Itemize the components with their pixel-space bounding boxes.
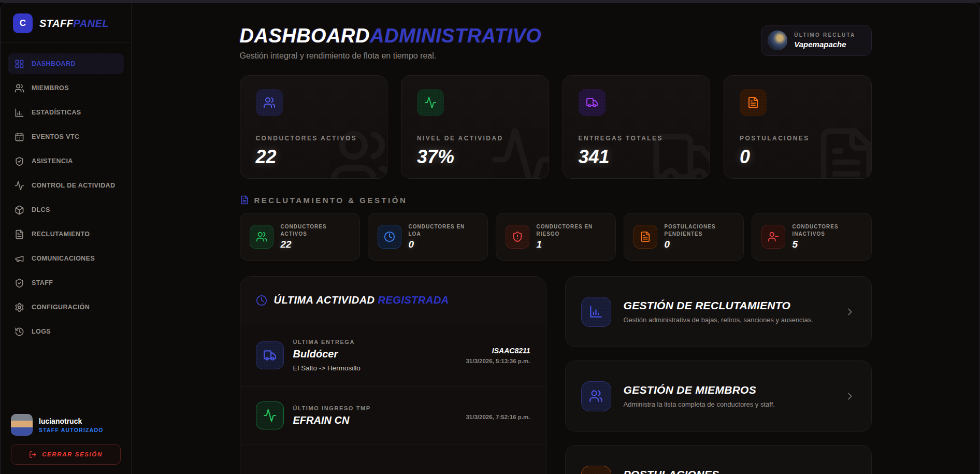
brand-name-secondary: PANEL xyxy=(73,18,109,29)
app-frame: C STAFFPANEL DASHBOARD MIEMBROS ESTADÍST… xyxy=(0,3,980,474)
last-recruit-label: ÚLTIMO RECLUTA xyxy=(794,32,855,38)
sidebar-item-eventos-vtc[interactable]: EVENTOS VTC xyxy=(8,126,124,147)
activity-icon xyxy=(489,125,549,179)
bar-chart-icon xyxy=(589,305,603,319)
page-title-secondary: ADMINISTRATIVO xyxy=(370,25,541,47)
sidebar-item-label: CONFIGURACIÓN xyxy=(32,304,90,311)
stat-card-entregas-totales: ENTREGAS TOTALES 341 xyxy=(563,75,711,179)
panel-postulaciones[interactable]: POSTULACIONES Revisa y acepta nuevos con… xyxy=(565,445,872,474)
mini-card-value: 0 xyxy=(665,239,727,250)
page-title: DASHBOARDADMINISTRATIVO xyxy=(240,25,542,47)
mini-card-value: 22 xyxy=(281,239,343,250)
panel-subtitle: Administra la lista completa de conducto… xyxy=(624,400,775,408)
sidebar-item-configuracion[interactable]: CONFIGURACIÓN xyxy=(8,297,124,318)
package-icon xyxy=(15,205,24,215)
user-name: lucianotruck xyxy=(39,417,104,425)
activity-entry-ultima-entrega: ÚLTIMA ENTREGA Buldócer El Salto -> Herm… xyxy=(240,324,546,387)
chevron-right-icon xyxy=(844,306,856,318)
mini-card-value: 0 xyxy=(409,239,471,250)
sidebar-item-label: ASISTENCIA xyxy=(32,157,73,165)
file-text-icon xyxy=(240,195,249,205)
panel-gestion-reclutamiento[interactable]: GESTIÓN DE RECLUTAMIENTO Gestión adminis… xyxy=(565,276,872,347)
mini-card-label: CONDUCTORES ACTIVOS xyxy=(281,223,343,237)
panel-title: GESTIÓN DE MIEMBROS xyxy=(624,384,775,396)
logout-button[interactable]: CERRAR SESIÓN xyxy=(11,444,121,465)
clock-icon xyxy=(256,295,267,306)
sidebar-item-label: LOGS xyxy=(32,328,51,335)
mini-card-postulaciones-pendientes: POSTULACIONES PENDIENTES 0 xyxy=(624,213,744,261)
clock-icon xyxy=(384,231,395,242)
sidebar-item-asistencia[interactable]: ASISTENCIA xyxy=(8,151,124,171)
brand: C STAFFPANEL xyxy=(1,3,131,42)
entry-label: ÚLTIMA ENTREGA xyxy=(293,339,457,345)
sidebar-item-label: COMUNICACIONES xyxy=(32,255,95,262)
user-role-badge: STAFF AUTORIZADO xyxy=(39,427,104,433)
sidebar-item-label: RECLUTAMIENTO xyxy=(32,231,90,238)
panel-title: POSTULACIONES xyxy=(624,468,767,474)
brand-logo: C xyxy=(13,13,33,33)
panel-title: GESTIÓN DE RECLUTAMIENTO xyxy=(624,299,813,312)
file-text-icon xyxy=(640,231,651,242)
sidebar-item-label: EVENTOS VTC xyxy=(32,133,79,140)
entry-timestamp: 31/3/2026, 5:13:36 p.m. xyxy=(466,358,530,364)
sidebar-item-miembros[interactable]: MIEMBROS xyxy=(8,78,124,98)
entry-title: EFRAIN CN xyxy=(293,414,457,426)
entry-route: El Salto -> Hermosillo xyxy=(293,364,457,372)
sidebar-item-comunicaciones[interactable]: COMUNICACIONES xyxy=(8,248,124,269)
users-icon xyxy=(589,389,603,403)
users-icon xyxy=(15,83,24,93)
megaphone-icon xyxy=(15,254,24,264)
truck-icon xyxy=(651,125,710,179)
avatar xyxy=(11,414,33,436)
recruitment-section-header: RECLUTAMIENTO & GESTIÓN xyxy=(240,195,872,205)
sidebar-item-label: STAFF xyxy=(32,279,53,286)
activity-icon xyxy=(15,181,24,191)
brand-name: STAFFPANEL xyxy=(39,18,109,30)
sidebar-item-dashboard[interactable]: DASHBOARD xyxy=(8,53,124,74)
activity-panel: ÚLTIMA ACTIVIDAD REGISTRADA ÚLTIMA ENTRE… xyxy=(240,276,546,474)
sidebar-item-dlcs[interactable]: DLCS xyxy=(8,199,124,220)
page-subtitle: Gestión integral y rendimiento de flota … xyxy=(240,51,542,61)
sidebar-item-logs[interactable]: LOGS xyxy=(8,321,124,342)
activity-icon xyxy=(424,96,437,109)
file-text-icon xyxy=(15,229,24,239)
entry-label: ÚLTIMO INGRESO TMP xyxy=(293,405,457,411)
sidebar-item-label: CONTROL DE ACTIVIDAD xyxy=(32,182,115,189)
user-minus-icon xyxy=(768,231,779,242)
shield-check-icon xyxy=(15,278,24,288)
logout-icon xyxy=(29,451,37,458)
dashboard-grid-icon xyxy=(15,59,24,69)
sidebar-item-staff[interactable]: STAFF xyxy=(8,272,124,293)
sidebar-item-control-actividad[interactable]: CONTROL DE ACTIVIDAD xyxy=(8,175,124,196)
activity-panel-title: ÚLTIMA ACTIVIDAD REGISTRADA xyxy=(274,294,449,306)
mini-card-value: 1 xyxy=(537,239,599,250)
avatar xyxy=(768,31,787,50)
activity-entry-ultimo-ingreso: ÚLTIMO INGRESO TMP EFRAIN CN 31/3/2026, … xyxy=(240,387,546,444)
shield-alert-icon xyxy=(512,231,523,242)
recruitment-cards-row: CONDUCTORES ACTIVOS 22 CONDUCTORES EN LO… xyxy=(240,213,872,261)
section-title: RECLUTAMIENTO & GESTIÓN xyxy=(254,196,408,205)
entry-timestamp: 31/3/2026, 7:52:16 p.m. xyxy=(466,414,530,420)
panel-gestion-miembros[interactable]: GESTIÓN DE MIEMBROS Administra la lista … xyxy=(565,361,872,432)
stat-card-conductores-activos: CONDUCTORES ACTIVOS 22 xyxy=(240,75,388,179)
activity-icon xyxy=(263,409,277,422)
entry-title: Buldócer xyxy=(293,348,457,360)
panel-subtitle: Gestión administrativa de bajas, retiros… xyxy=(624,316,813,324)
last-recruit-name: Vapemapache xyxy=(794,40,855,49)
file-text-icon xyxy=(812,125,872,179)
mini-card-label: CONDUCTORES EN LOA xyxy=(409,223,471,237)
last-recruit-card[interactable]: ÚLTIMO RECLUTA Vapemapache xyxy=(761,25,871,56)
user-profile: lucianotruck STAFF AUTORIZADO xyxy=(1,406,131,436)
activity-title-secondary: REGISTRADA xyxy=(378,294,449,306)
sidebar-nav: DASHBOARD MIEMBROS ESTADÍSTICAS EVENTOS … xyxy=(1,43,131,342)
sidebar-item-label: DLCS xyxy=(32,206,50,213)
sidebar-item-reclutamiento[interactable]: RECLUTAMIENTO xyxy=(8,224,124,245)
stat-card-nivel-actividad: NIVEL DE ACTIVIDAD 37% xyxy=(401,75,549,179)
page-header: DASHBOARDADMINISTRATIVO Gestión integral… xyxy=(240,25,872,61)
mini-card-label: CONDUCTORES EN RIESGO xyxy=(537,223,599,237)
activity-title-primary: ÚLTIMA ACTIVIDAD xyxy=(274,294,375,306)
sidebar-item-estadisticas[interactable]: ESTADÍSTICAS xyxy=(8,102,124,123)
page-title-primary: DASHBOARD xyxy=(240,25,370,47)
mini-card-conductores-activos: CONDUCTORES ACTIVOS 22 xyxy=(240,213,360,261)
main-area: DASHBOARDADMINISTRATIVO Gestión integral… xyxy=(132,3,979,474)
